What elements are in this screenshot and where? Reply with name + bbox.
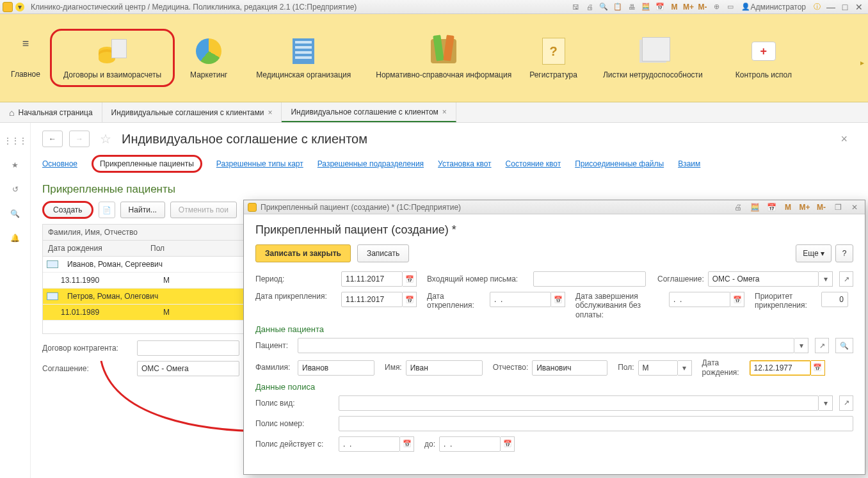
minimize-button[interactable]: — [824, 1, 837, 13]
calendar-icon[interactable]: 📅 [501, 436, 515, 452]
modal-restore-button[interactable]: ❐ [832, 203, 844, 212]
info-icon[interactable]: ⓘ [810, 1, 823, 13]
calc-icon[interactable]: 🧮 [639, 1, 652, 13]
open-button[interactable]: ↗ [839, 271, 853, 287]
notifications-icon[interactable]: 🔔 [9, 232, 22, 244]
nav-back-button[interactable]: ← [42, 131, 63, 147]
subnav-files[interactable]: Присоединенные файлы [575, 159, 664, 168]
policy-number-field[interactable] [339, 416, 853, 431]
dob-field[interactable] [750, 360, 811, 376]
col-date[interactable]: Дата рождения [43, 241, 145, 256]
search-icon[interactable]: 🔍 [9, 207, 22, 220]
modal-print-icon[interactable]: 🖨 [732, 203, 744, 212]
col-sex[interactable]: Пол [145, 241, 235, 256]
open-button[interactable]: ↗ [839, 395, 853, 411]
help-button[interactable]: ? [835, 244, 853, 262]
zoom-in-icon[interactable]: ⊕ [710, 1, 723, 13]
toolbar-registry[interactable]: Регистратура [523, 32, 584, 83]
memory-mminus-button[interactable]: M- [696, 1, 709, 13]
app-menu-dropdown-icon[interactable]: ▾ [15, 3, 24, 12]
toolbar-contracts[interactable]: Договоры и взаиморасчеты [50, 29, 175, 86]
subnav-departments[interactable]: Разрешенные подразделения [317, 159, 424, 168]
subnav-attached-patients[interactable]: Прикрепленные пациенты [92, 155, 202, 173]
inbox-field[interactable] [533, 271, 646, 287]
find-button[interactable]: Найти... [120, 202, 165, 218]
apps-icon[interactable]: ⋮⋮⋮ [9, 134, 22, 147]
preview-icon[interactable]: 🔍 [597, 1, 610, 13]
scroll-right-icon[interactable]: ▸ [860, 58, 864, 67]
subnav-quota-state[interactable]: Состояние квот [506, 159, 561, 168]
subnav-card-types[interactable]: Разрешенные типы карт [216, 159, 303, 168]
calendar-icon[interactable]: 📅 [400, 436, 414, 452]
toolbar-home[interactable]: Главное [11, 70, 40, 79]
window-icon[interactable]: ▭ [724, 1, 737, 13]
star-icon[interactable]: ☆ [100, 131, 111, 147]
chevron-down-icon[interactable]: ▾ [819, 271, 833, 287]
modal-m-button[interactable]: M [782, 203, 794, 212]
favorites-icon[interactable]: ★ [9, 159, 22, 171]
patronymic-field[interactable] [532, 360, 607, 376]
gender-field[interactable] [638, 360, 678, 376]
chevron-down-icon[interactable]: ▾ [819, 395, 833, 411]
page-close-button[interactable]: × [840, 132, 848, 146]
save-button[interactable]: Записать [357, 244, 409, 262]
toolbar-sickleave[interactable]: Листки нетрудоспособности [589, 32, 717, 83]
policy-from-field[interactable] [339, 436, 400, 452]
contract-field[interactable] [137, 340, 239, 356]
modal-close-button[interactable]: ✕ [848, 203, 861, 212]
copy-icon[interactable]: 📋 [611, 1, 624, 13]
tab-home[interactable]: ⌂ Начальная страница [0, 102, 102, 122]
policy-type-field[interactable] [339, 395, 819, 411]
history-icon[interactable]: ↺ [9, 183, 22, 196]
close-icon[interactable]: × [268, 108, 272, 117]
calendar-icon[interactable]: 📅 [730, 292, 744, 307]
calendar-icon[interactable]: 📅 [551, 292, 565, 307]
save-icon[interactable]: 🖫 [569, 1, 582, 13]
memory-mplus-button[interactable]: M+ [682, 1, 695, 13]
subnav-quota-set[interactable]: Установка квот [438, 159, 491, 168]
agreement-field[interactable] [137, 361, 239, 376]
user-label[interactable]: 👤 Администратор [738, 1, 809, 13]
policy-to-field[interactable] [439, 436, 501, 452]
toolbar-medorg[interactable]: Медицинская организация [243, 32, 364, 83]
patient-field[interactable] [298, 338, 794, 353]
cancel-search-button[interactable]: Отменить пои [170, 202, 237, 218]
chevron-down-icon[interactable]: ▾ [678, 360, 692, 376]
toolbar-control[interactable]: Контроль испол [722, 32, 805, 83]
tab-agreement[interactable]: Индивидуальное соглашение с клиентом × [282, 102, 456, 122]
create-button[interactable]: Создать [42, 201, 93, 219]
modal-mplus-button[interactable]: M+ [798, 203, 811, 212]
calendar-icon[interactable]: 📅 [654, 1, 666, 13]
modal-calendar-icon[interactable]: 📅 [765, 203, 778, 212]
more-button[interactable]: Еще ▾ [796, 244, 832, 262]
menu-icon[interactable]: ≡ [16, 37, 35, 51]
modal-mminus-button[interactable]: M- [815, 203, 828, 212]
agreement-field[interactable] [708, 271, 819, 287]
save-close-button[interactable]: Записать и закрыть [255, 244, 351, 262]
nav-forward-button[interactable]: → [69, 131, 90, 147]
close-button[interactable]: ✕ [853, 1, 865, 13]
surname-field[interactable] [298, 360, 374, 376]
modal-calc-icon[interactable]: 🧮 [748, 203, 761, 212]
calendar-icon[interactable]: 📅 [811, 360, 825, 376]
print-icon[interactable]: 🖨 [583, 1, 596, 13]
calendar-icon[interactable]: 📅 [403, 292, 417, 307]
open-button[interactable]: ↗ [815, 338, 829, 353]
subnav-vzaim[interactable]: Взаим [678, 159, 700, 168]
maximize-button[interactable]: □ [839, 1, 851, 13]
memory-m-button[interactable]: M [668, 1, 680, 13]
chevron-down-icon[interactable]: ▾ [794, 338, 808, 353]
detach-date-field[interactable] [490, 292, 551, 307]
lookup-button[interactable]: 🔍 [835, 338, 853, 353]
name-field[interactable] [406, 360, 483, 376]
close-icon[interactable]: × [442, 108, 447, 116]
print2-icon[interactable]: 🖶 [625, 1, 638, 13]
calendar-icon[interactable]: 📅 [403, 271, 417, 287]
attach-date-field[interactable] [341, 292, 403, 307]
priority-field[interactable] [821, 292, 848, 307]
subnav-main[interactable]: Основное [42, 159, 77, 168]
toolbar-marketing[interactable]: Маркетинг [180, 32, 237, 83]
service-end-field[interactable] [669, 292, 730, 307]
col-fio[interactable]: Фамилия, Имя, Отчество [43, 225, 248, 240]
period-field[interactable] [341, 271, 403, 287]
